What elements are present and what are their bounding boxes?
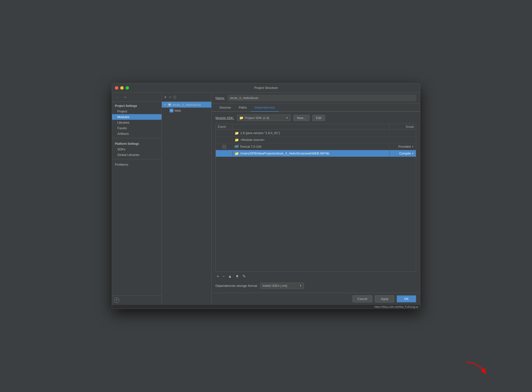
row-name: Tomcat 7.0.104 — [233, 144, 389, 149]
edit-sdk-button[interactable]: Edit — [312, 115, 325, 121]
tab-sources[interactable]: Sources — [215, 104, 235, 112]
project-settings-header: Project Settings — [112, 102, 162, 109]
nav-arrows: ← → — [112, 93, 162, 102]
dialog-footer: Cancel Apply OK — [212, 293, 420, 305]
window-title: Project Structure — [254, 86, 278, 90]
storage-row: Dependencies storage format: IntelliJ ID… — [215, 281, 416, 290]
forward-arrow-icon[interactable]: → — [122, 94, 128, 100]
dependency-table: Export Scope 📁 1.8 (java version "1.8.0_… — [215, 124, 416, 272]
tomcat-icon — [235, 145, 238, 148]
tree-item-root[interactable]: ▼ M struts_0_HelloStruts — [162, 102, 211, 108]
row-scope[interactable]: Provided ▼ — [389, 144, 416, 149]
close-button[interactable] — [115, 86, 118, 90]
sidebar-item-global-libraries[interactable]: Global Libraries — [112, 152, 162, 158]
ok-button[interactable]: OK — [397, 295, 416, 302]
table-header: Export Scope — [216, 124, 416, 130]
sdk-row: Module SDK: 📁 Project SDK (1.8) ▼ New...… — [215, 115, 416, 121]
back-arrow-icon[interactable]: ← — [114, 94, 120, 100]
move-up-button[interactable]: ▲ — [227, 273, 233, 279]
project-tree: + − □ ▼ M struts_0_HelloStruts W Web — [162, 93, 212, 305]
sdk-select-text: Project SDK (1.8) — [245, 116, 284, 120]
sidebar-item-libraries[interactable]: Libraries — [112, 120, 162, 125]
sidebar-divider-2 — [112, 159, 162, 159]
row-export-check[interactable] — [216, 151, 233, 156]
status-bar: https://blog.csdn.net/Awt_FuDongLai — [112, 305, 420, 309]
row-scope — [389, 139, 416, 141]
jdk-icon: 📁 — [235, 131, 239, 135]
table-row[interactable]: Tomcat 7.0.104 Provided ▼ — [216, 143, 416, 150]
sidebar-item-facets[interactable]: Facets — [112, 125, 162, 131]
tree-root-label: struts_0_HelloStruts — [172, 103, 201, 107]
tab-content: Module SDK: 📁 Project SDK (1.8) ▼ New...… — [212, 112, 420, 293]
sidebar-item-problems[interactable]: Problems — [112, 161, 162, 167]
move-down-button[interactable]: ▼ — [234, 273, 240, 279]
scope-dropdown-arrow-icon: ▼ — [412, 152, 414, 155]
tab-paths[interactable]: Paths — [235, 104, 251, 112]
tree-add-button[interactable]: + — [164, 94, 167, 100]
col-name-header — [233, 124, 389, 129]
sidebar-item-project[interactable]: Project — [112, 109, 162, 114]
table-row[interactable]: 📁 /Users/DFB/IdeaProjects/struts_0_Hello… — [216, 150, 416, 157]
row-name-text: /Users/DFB/IdeaProjects/struts_0_HelloSt… — [240, 152, 329, 155]
col-scope-header: Scope — [389, 124, 416, 129]
content-area: Name: Sources Paths Dependencies Module … — [212, 93, 420, 305]
name-label: Name: — [215, 96, 225, 100]
col-export-header: Export — [216, 124, 233, 129]
name-row: Name: — [212, 93, 420, 104]
sidebar-item-artifacts[interactable]: Artifacts — [112, 131, 162, 136]
add-dependency-button[interactable]: + — [215, 273, 220, 279]
sidebar-bottom: ? — [112, 295, 162, 305]
row-name: 📁 /Users/DFB/IdeaProjects/struts_0_Hello… — [233, 151, 389, 156]
window-controls[interactable] — [115, 86, 129, 90]
row-name-text: <Module source> — [240, 138, 265, 142]
help-button[interactable]: ? — [114, 298, 119, 303]
minimize-button[interactable] — [120, 86, 124, 90]
table-row[interactable]: 📁 <Module source> — [216, 136, 416, 143]
sidebar-item-sdks[interactable]: SDKs — [112, 146, 162, 152]
remove-dependency-button[interactable]: − — [221, 273, 226, 279]
sdk-folder-icon: 📁 — [239, 116, 243, 120]
folder-icon: 📁 — [235, 152, 239, 155]
sdk-dropdown-arrow-icon: ▼ — [286, 117, 288, 119]
cancel-button[interactable]: Cancel — [352, 295, 372, 302]
sidebar-divider — [112, 138, 162, 138]
scope-dropdown-arrow-icon: ▼ — [412, 145, 414, 148]
table-row[interactable]: 📁 1.8 (java version "1.8.0_91") — [216, 130, 416, 136]
tree-remove-button[interactable]: − — [168, 94, 172, 100]
row-name-text: Tomcat 7.0.104 — [240, 145, 261, 148]
row-name: 📁 1.8 (java version "1.8.0_91") — [233, 130, 389, 136]
apply-button[interactable]: Apply — [375, 295, 394, 302]
new-sdk-button[interactable]: New... — [293, 115, 309, 121]
row-name-text: 1.8 (java version "1.8.0_91") — [240, 131, 280, 135]
chart-icon — [235, 145, 238, 148]
module-icon: M — [168, 103, 172, 107]
scope-text: Provided — [398, 145, 411, 148]
name-input[interactable] — [228, 95, 416, 101]
tree-child-label: Web — [174, 109, 181, 112]
row-scope[interactable]: Compile ▼ — [389, 151, 416, 156]
row-export-check[interactable] — [216, 132, 233, 134]
tree-item-web[interactable]: W Web — [162, 108, 211, 113]
sidebar: ← → Project Settings Project Modules Lib… — [112, 93, 162, 305]
storage-select-text: IntelliJ IDEA (.iml) — [262, 284, 298, 288]
row-export-check[interactable] — [216, 139, 233, 141]
edit-dependency-button[interactable]: ✎ — [241, 273, 247, 279]
maximize-button[interactable] — [126, 86, 129, 90]
platform-settings-header: Platform Settings — [112, 140, 162, 146]
storage-label: Dependencies storage format: — [215, 284, 258, 288]
status-url: https://blog.csdn.net/Awt_FuDongLai — [374, 305, 418, 308]
export-checkbox[interactable] — [223, 152, 226, 155]
export-checkbox[interactable] — [223, 145, 226, 148]
sidebar-item-modules[interactable]: Modules — [112, 114, 162, 120]
web-icon: W — [170, 109, 173, 112]
tree-copy-button[interactable]: □ — [173, 94, 177, 100]
sdk-label: Module SDK: — [215, 116, 234, 120]
table-body: 📁 1.8 (java version "1.8.0_91") 📁 <M — [216, 130, 416, 272]
bottom-toolbar: + − ▲ ▼ ✎ — [215, 272, 416, 281]
storage-format-select[interactable]: IntelliJ IDEA (.iml) ▼ — [260, 283, 304, 289]
source-icon: 📁 — [235, 138, 239, 142]
tab-dependencies[interactable]: Dependencies — [251, 104, 279, 112]
sdk-select[interactable]: 📁 Project SDK (1.8) ▼ — [237, 115, 291, 121]
scope-text: Compile — [399, 152, 411, 155]
row-export-check[interactable] — [216, 144, 233, 149]
